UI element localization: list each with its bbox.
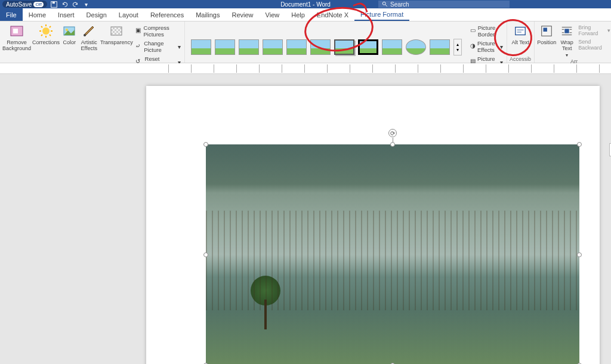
remove-background-button[interactable]: Remove Background xyxy=(2,23,31,51)
svg-rect-21 xyxy=(516,27,526,35)
tab-insert[interactable]: Insert xyxy=(52,8,81,21)
search-icon xyxy=(382,1,388,7)
transparency-label: Transparency xyxy=(100,39,133,45)
search-box[interactable]: Search xyxy=(378,1,510,8)
tab-view[interactable]: View xyxy=(260,8,286,21)
tab-help[interactable]: Help xyxy=(285,8,311,21)
svg-line-11 xyxy=(41,26,42,27)
title-bar: AutoSave Off ▾ Document1 - Word Search xyxy=(0,0,611,8)
effects-icon: ◑ xyxy=(470,42,476,51)
tab-references[interactable]: References xyxy=(144,8,190,21)
resize-handle-nw[interactable] xyxy=(203,142,208,147)
position-icon xyxy=(539,24,554,38)
send-backward-button[interactable]: Send Backward xyxy=(577,38,611,51)
group-accessibility: Alt Text Accessib xyxy=(507,21,535,63)
corrections-button[interactable]: Corrections xyxy=(32,23,60,45)
alt-text-button[interactable]: Alt Text xyxy=(510,23,532,45)
style-thumb-1[interactable] xyxy=(191,39,211,55)
style-thumb-6[interactable] xyxy=(310,39,331,55)
svg-point-16 xyxy=(66,29,68,31)
artistic-effects-icon xyxy=(82,24,96,38)
ribbon-tabs: File Home Insert Design Layout Reference… xyxy=(0,8,611,21)
group-adjust: Remove Background Corrections Color Arti… xyxy=(0,21,185,63)
picture-border-button[interactable]: ▭Picture Border xyxy=(469,24,504,38)
page[interactable]: ⟳ xyxy=(146,86,600,364)
svg-point-2 xyxy=(382,2,385,5)
gallery-more-button[interactable]: ▴▾ xyxy=(453,39,462,55)
picture-content xyxy=(206,144,579,364)
svg-line-14 xyxy=(41,35,42,36)
style-thumb-10[interactable] xyxy=(406,39,426,55)
corrections-icon xyxy=(39,24,53,38)
remove-background-label: Remove Background xyxy=(2,39,31,51)
chevron-down-icon: ▾ xyxy=(566,53,568,58)
tab-mailings[interactable]: Mailings xyxy=(190,8,226,21)
selected-image[interactable]: ⟳ xyxy=(206,144,579,364)
document-area: ⟳ xyxy=(0,74,611,364)
resize-handle-e[interactable] xyxy=(577,252,582,257)
compress-pictures-button[interactable]: ▣Compress Pictures xyxy=(134,24,182,38)
alt-text-icon xyxy=(513,24,527,38)
svg-point-17 xyxy=(84,34,86,36)
bring-forward-label: Bring Forward xyxy=(578,24,605,36)
tree-graphic xyxy=(248,276,283,329)
tab-layout[interactable]: Layout xyxy=(113,8,144,21)
compress-icon: ▣ xyxy=(135,27,142,35)
send-backward-label: Send Backward xyxy=(578,39,610,51)
color-button[interactable]: Color xyxy=(61,23,78,45)
qat-dropdown-icon[interactable]: ▾ xyxy=(83,1,90,8)
picture-border-label: Picture Border xyxy=(478,24,503,38)
color-label: Color xyxy=(63,39,76,45)
style-thumb-9[interactable] xyxy=(382,39,402,55)
document-title: Document1 - Word xyxy=(280,1,331,8)
ribbon: Remove Background Corrections Color Arti… xyxy=(0,21,611,63)
group-arrange: Position Wrap Text▾ Bring Forward▾ Send … xyxy=(535,21,611,63)
wrap-text-icon xyxy=(560,24,574,38)
svg-point-6 xyxy=(42,27,50,35)
autosave-state: Off xyxy=(33,2,44,7)
rotate-handle[interactable]: ⟳ xyxy=(388,129,397,137)
redo-icon[interactable] xyxy=(72,1,79,8)
change-picture-label: Change Picture xyxy=(144,40,176,53)
resize-handle-w[interactable] xyxy=(203,252,208,257)
transparency-icon xyxy=(109,24,124,38)
position-button[interactable]: Position xyxy=(537,23,557,45)
wrap-text-label: Wrap Text xyxy=(558,39,576,51)
tab-picture-format[interactable]: Picture Format xyxy=(354,8,409,21)
transparency-button[interactable]: Transparency xyxy=(100,23,133,45)
style-thumb-7[interactable] xyxy=(334,39,354,55)
artistic-effects-button[interactable]: Artistic Effects xyxy=(79,23,99,51)
horizontal-ruler[interactable] xyxy=(146,64,611,73)
alt-text-label: Alt Text xyxy=(511,39,529,45)
corrections-label: Corrections xyxy=(32,39,60,45)
style-thumb-5[interactable] xyxy=(286,39,307,55)
style-thumb-3[interactable] xyxy=(239,39,259,55)
ruler-area xyxy=(0,63,611,74)
tab-design[interactable]: Design xyxy=(81,8,113,21)
chevron-down-icon: ▾ xyxy=(607,27,610,33)
tab-review[interactable]: Review xyxy=(226,8,260,21)
style-thumb-4[interactable] xyxy=(263,39,283,55)
autosave-toggle[interactable]: AutoSave Off xyxy=(2,1,47,8)
bring-forward-button[interactable]: Bring Forward▾ xyxy=(577,24,611,37)
tab-file[interactable]: File xyxy=(0,8,23,21)
search-placeholder: Search xyxy=(390,1,409,8)
wrap-text-button[interactable]: Wrap Text▾ xyxy=(558,23,576,58)
svg-rect-5 xyxy=(13,29,18,33)
style-thumb-8[interactable] xyxy=(358,39,378,55)
undo-icon[interactable] xyxy=(61,1,69,8)
tab-endnote[interactable]: EndNote X xyxy=(311,8,354,21)
change-picture-button[interactable]: ⤾Change Picture▾ xyxy=(134,39,182,54)
resize-handle-ne[interactable] xyxy=(577,142,582,147)
picture-effects-button[interactable]: ◑Picture Effects▾ xyxy=(469,39,504,54)
svg-rect-1 xyxy=(53,1,55,3)
remove-background-icon xyxy=(10,24,24,38)
style-thumb-11[interactable] xyxy=(430,39,450,55)
resize-handle-n[interactable] xyxy=(390,142,395,147)
tab-home[interactable]: Home xyxy=(23,8,52,21)
svg-rect-18 xyxy=(111,27,122,35)
style-thumb-2[interactable] xyxy=(215,39,235,55)
svg-rect-26 xyxy=(564,29,569,33)
save-icon[interactable] xyxy=(51,1,58,8)
svg-line-12 xyxy=(50,35,51,36)
